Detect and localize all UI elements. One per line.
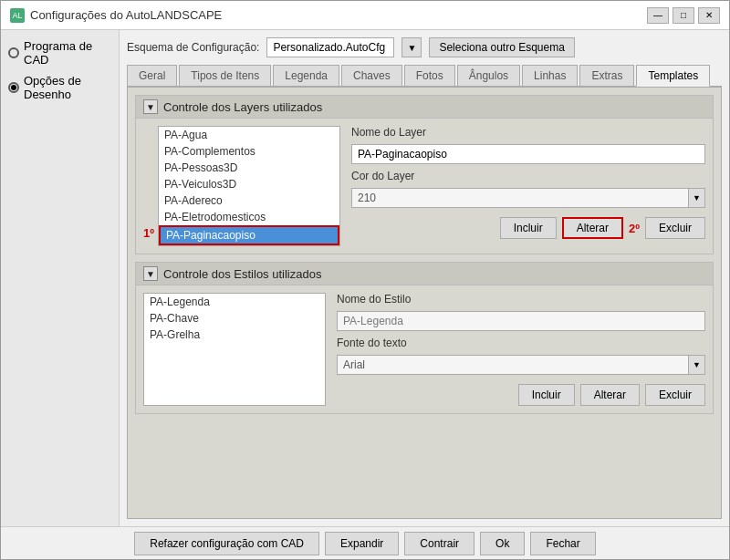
style-font-input[interactable] [337, 355, 689, 375]
layer-name-input[interactable] [351, 144, 705, 164]
ok-button[interactable]: Ok [480, 532, 525, 555]
radio-cad[interactable] [8, 47, 19, 58]
radio-opcoes[interactable] [8, 82, 19, 93]
style-font-field: ▼ [337, 355, 705, 375]
styles-form-buttons: Incluir Alterar Excluir [337, 384, 705, 406]
expandir-button[interactable]: Expandir [325, 532, 399, 555]
style-font-dropdown[interactable]: ▼ [689, 355, 705, 375]
main-area: Programa de CAD Opções de Desenho Esquem… [1, 30, 729, 526]
schema-input[interactable] [266, 37, 394, 57]
layers-section-title: Controle dos Layers utilizados [163, 100, 322, 114]
schema-label: Esquema de Configuração: [127, 41, 259, 54]
sidebar-cad-label: Programa de CAD [24, 39, 111, 67]
layers-section: ▼ Controle dos Layers utilizados 1º PA-A… [135, 95, 714, 254]
tab-legenda[interactable]: Legenda [273, 65, 339, 86]
annotation-1: 1º [143, 226, 154, 240]
bottom-bar: Refazer configuração com CAD Expandir Co… [1, 526, 729, 559]
tab-linhas[interactable]: Linhas [522, 65, 578, 86]
styles-incluir-button[interactable]: Incluir [518, 384, 575, 406]
list-item[interactable]: PA-Complementos [159, 143, 339, 160]
list-item[interactable]: PA-Veiculos3D [159, 176, 339, 192]
window-title: Configurações do AutoLANDSCAPE [30, 8, 222, 22]
layers-alterar-button[interactable]: Alterar [562, 217, 623, 239]
schema-bar: Esquema de Configuração: ▼ Seleciona out… [127, 37, 722, 57]
tab-angulos[interactable]: Ângulos [457, 65, 520, 86]
layers-list-container: 1º PA-Agua PA-Complementos PA-Pessoas3D … [143, 126, 340, 246]
title-bar: AL Configurações do AutoLANDSCAPE — □ ✕ [1, 1, 729, 30]
minimize-button[interactable]: — [647, 7, 669, 24]
style-list[interactable]: PA-Legenda PA-Chave PA-Grelha [143, 293, 326, 406]
layer-name-label: Nome do Layer [351, 126, 705, 139]
main-window: AL Configurações do AutoLANDSCAPE — □ ✕ … [0, 0, 730, 560]
list-item[interactable]: PA-Eletrodomesticos [159, 209, 339, 225]
tab-geral[interactable]: Geral [127, 65, 177, 86]
refazer-button[interactable]: Refazer configuração com CAD [134, 532, 319, 555]
contrair-button[interactable]: Contrair [404, 532, 474, 555]
maximize-button[interactable]: □ [673, 7, 694, 24]
list-item[interactable]: PA-Legenda [144, 294, 325, 310]
styles-section: ▼ Controle dos Estilos utilizados PA-Leg… [135, 262, 714, 414]
style-font-label: Fonte do texto [337, 337, 705, 349]
styles-section-title: Controle dos Estilos utilizados [163, 267, 321, 281]
styles-excluir-button[interactable]: Excluir [645, 384, 705, 406]
styles-alterar-button[interactable]: Alterar [580, 384, 640, 406]
seleciona-esquema-button[interactable]: Seleciona outro Esquema [429, 37, 574, 57]
sidebar-opcoes-label: Opções de Desenho [24, 74, 111, 101]
close-button[interactable]: ✕ [698, 7, 720, 24]
list-item[interactable]: PA-Pessoas3D [159, 160, 339, 176]
style-name-input[interactable] [337, 311, 705, 331]
tab-templates[interactable]: Templates [636, 65, 710, 87]
window-controls: — □ ✕ [647, 7, 720, 24]
app-icon: AL [10, 8, 25, 23]
schema-dropdown-button[interactable]: ▼ [402, 37, 422, 57]
radio-filled-dot [11, 85, 16, 90]
tab-fotos[interactable]: Fotos [404, 65, 455, 86]
style-name-label: Nome do Estilo [337, 293, 705, 306]
list-item[interactable]: PA-Agua [159, 127, 339, 143]
layers-form-buttons: Incluir Alterar 2º Excluir [351, 217, 705, 239]
list-item-selected[interactable]: PA-Paginacaopiso [159, 225, 339, 245]
styles-section-body: PA-Legenda PA-Chave PA-Grelha Nome do Es… [136, 285, 713, 413]
tabs-bar: Geral Tipos de Itens Legenda Chaves Foto… [127, 65, 722, 87]
layers-section-header: ▼ Controle dos Layers utilizados [136, 96, 713, 119]
layer-color-field: ▼ [351, 188, 705, 208]
panel-area: ▼ Controle dos Layers utilizados 1º PA-A… [127, 87, 722, 519]
layers-excluir-button[interactable]: Excluir [645, 217, 705, 239]
list-item[interactable]: PA-Adereco [159, 192, 339, 209]
sidebar-item-cad[interactable]: Programa de CAD [8, 39, 111, 67]
layer-list[interactable]: PA-Agua PA-Complementos PA-Pessoas3D PA-… [158, 126, 340, 246]
sidebar: Programa de CAD Opções de Desenho [1, 30, 120, 526]
styles-collapse-button[interactable]: ▼ [143, 266, 158, 281]
list-item[interactable]: PA-Grelha [144, 327, 325, 343]
content-area: Esquema de Configuração: ▼ Seleciona out… [120, 30, 729, 526]
list-item[interactable]: PA-Chave [144, 310, 325, 327]
tab-chaves[interactable]: Chaves [341, 65, 402, 86]
styles-section-header: ▼ Controle dos Estilos utilizados [136, 263, 713, 285]
fechar-button[interactable]: Fechar [530, 532, 595, 555]
tab-tipos[interactable]: Tipos de Itens [179, 65, 271, 86]
layers-form: Nome do Layer Cor do Layer ▼ Incluir Alt… [351, 126, 705, 246]
styles-form: Nome do Estilo Fonte do texto ▼ Incluir … [337, 293, 705, 406]
layer-color-input[interactable] [351, 188, 689, 208]
layers-collapse-button[interactable]: ▼ [143, 99, 158, 114]
layer-color-label: Cor do Layer [351, 170, 705, 182]
sidebar-item-opcoes[interactable]: Opções de Desenho [8, 74, 111, 101]
annotation-2: 2º [629, 222, 640, 235]
layers-section-body: 1º PA-Agua PA-Complementos PA-Pessoas3D … [136, 119, 713, 254]
tab-extras[interactable]: Extras [579, 65, 634, 86]
layer-color-dropdown[interactable]: ▼ [689, 188, 705, 208]
layers-incluir-button[interactable]: Incluir [500, 217, 557, 239]
